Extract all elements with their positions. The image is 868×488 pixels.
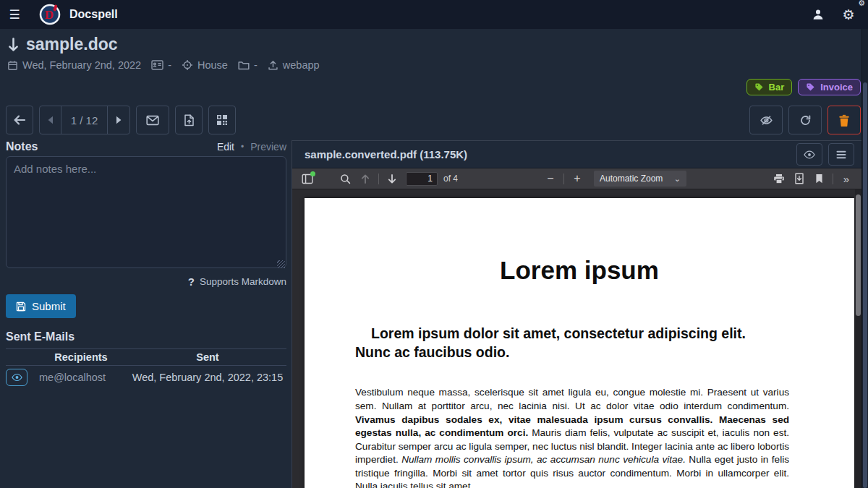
pdf-search-button[interactable]: [336, 170, 354, 187]
eye-slash-icon: [760, 114, 773, 127]
arrow-down-icon: [7, 37, 20, 53]
pdf-more-tools-button[interactable]: »: [837, 170, 856, 187]
column-recipients: Recipients: [33, 351, 129, 363]
eye-icon: [12, 373, 22, 382]
back-button[interactable]: [6, 106, 33, 134]
address-card-icon: [151, 60, 163, 70]
next-item-button[interactable]: [107, 106, 129, 134]
sent-emails-table: Recipients Sent me@localhost Wed, Februa…: [6, 348, 286, 389]
pdf-zoom-select[interactable]: Automatic Zoom ⌄: [594, 171, 686, 187]
pdfjs-toolbar: of 4 − + Automatic Zoom ⌄: [292, 168, 861, 189]
upload-icon: [268, 60, 278, 71]
item-position-label: 1 / 12: [61, 106, 107, 134]
tag-invoice[interactable]: Invoice: [798, 79, 861, 95]
attachment-header: sample.converted.pdf (113.75K): [292, 141, 861, 168]
printer-icon: [773, 174, 785, 184]
qr-code-button[interactable]: [208, 106, 236, 134]
settings-gears-icon[interactable]: ⚙⚙: [836, 0, 861, 29]
attachment-file-label: sample.converted.pdf (113.75K): [305, 148, 467, 160]
tag-list: Bar Invoice: [746, 79, 861, 95]
crosshairs-icon: [182, 59, 193, 71]
pdf-page: Lorem ipsum Lorem ipsum dolor sit amet, …: [305, 198, 854, 488]
eye-icon: [804, 150, 815, 159]
arrow-left-icon: [13, 114, 26, 126]
chevron-down-icon: ⌄: [674, 174, 681, 184]
attachment-menu-button[interactable]: [828, 143, 854, 166]
list-menu-icon: [836, 150, 846, 159]
notes-textarea[interactable]: [6, 156, 286, 268]
docspell-logo-icon: D: [39, 4, 61, 25]
pdf-page-count-label: of 4: [443, 174, 458, 184]
attachment-view-button[interactable]: [796, 143, 822, 166]
tag-icon: [754, 82, 764, 92]
item-danger-toolbar: [749, 106, 861, 134]
pdf-page-number-input[interactable]: [406, 172, 438, 186]
tag-icon: [806, 82, 815, 92]
arrow-down-icon: [387, 174, 397, 184]
docspell-logo[interactable]: D: [39, 4, 61, 25]
tag-bar[interactable]: Bar: [746, 79, 793, 95]
view-mail-button[interactable]: [6, 369, 27, 386]
prev-item-button[interactable]: [40, 106, 61, 134]
item-source: webapp: [268, 59, 320, 71]
sent-emails-heading: Sent E-Mails: [6, 330, 286, 345]
pdf-prev-page-button[interactable]: [356, 170, 375, 187]
pdf-document-heading: Lorem ipsum dolor sit amet, consectetur …: [355, 325, 762, 361]
item-date: Wed, February 2nd, 2022: [7, 59, 141, 71]
markdown-hint-label: Supports Markdown: [200, 276, 286, 287]
trash-icon: [838, 114, 850, 127]
chevron-right-icon: [116, 116, 122, 124]
page-scrollbar-thumb[interactable]: [863, 82, 867, 488]
notes-preview-link[interactable]: Preview: [250, 141, 286, 153]
send-mail-button[interactable]: [136, 106, 169, 134]
envelope-icon: [146, 115, 159, 126]
delete-item-button[interactable]: [827, 106, 861, 134]
pdf-viewer[interactable]: Lorem ipsum Lorem ipsum dolor sit amet, …: [292, 189, 861, 488]
pdf-sidebar-toggle-button[interactable]: [298, 170, 317, 187]
user-account-icon[interactable]: [806, 0, 830, 29]
dot-separator: •: [241, 142, 244, 152]
pdf-download-button[interactable]: [790, 170, 809, 187]
unconfirm-button[interactable]: [749, 106, 783, 134]
sidebar-notification-dot: [310, 171, 315, 176]
submit-notes-button[interactable]: Submit: [6, 294, 76, 318]
pdf-scrollbar-thumb[interactable]: [856, 194, 861, 316]
column-sent: Sent: [129, 351, 286, 363]
search-icon: [340, 174, 351, 184]
download-page-icon: [794, 173, 804, 184]
pdf-scrollbar[interactable]: [855, 189, 861, 488]
notes-heading: Notes: [6, 140, 38, 153]
help-question-icon: ?: [188, 275, 195, 288]
pdf-zoom-in-button[interactable]: +: [568, 170, 587, 187]
item-sidebar: Notes Edit • Preview ? Supports Markdown…: [6, 140, 286, 389]
file-upload-icon: [184, 114, 195, 127]
svg-text:D: D: [45, 8, 54, 22]
textarea-resize-handle[interactable]: [277, 260, 285, 268]
chevron-left-icon: [47, 116, 54, 124]
folder-icon: [238, 60, 250, 70]
pdf-bookmark-button[interactable]: [810, 170, 829, 187]
sent-emails-header: Recipients Sent: [6, 349, 286, 366]
pdf-zoom-out-button[interactable]: −: [541, 170, 560, 187]
calendar-icon: [7, 60, 18, 71]
page-scrollbar[interactable]: [861, 29, 868, 488]
notes-edit-link[interactable]: Edit: [217, 141, 234, 153]
arrow-up-icon: [360, 174, 370, 184]
bookmark-icon: [815, 174, 823, 184]
pdf-print-button[interactable]: [770, 170, 788, 187]
upload-file-button[interactable]: [175, 106, 203, 134]
item-folder: -: [238, 59, 258, 71]
pdf-document-title: Lorem ipsum: [305, 256, 854, 285]
save-floppy-icon: [16, 301, 26, 312]
app-title: Docspell: [69, 8, 118, 21]
reprocess-button[interactable]: [788, 106, 822, 134]
redo-icon: [799, 114, 812, 127]
pdf-document-paragraph: Vestibulum neque massa, scelerisque sit …: [355, 386, 789, 488]
attachment-panel: sample.converted.pdf (113.75K): [292, 140, 861, 488]
qrcode-icon: [216, 114, 228, 126]
menu-hamburger-icon[interactable]: ☰: [0, 0, 29, 29]
top-navbar: ☰ D Docspell ⚙⚙: [0, 0, 868, 29]
mail-recipients: me@localhost: [33, 372, 129, 383]
pdf-next-page-button[interactable]: [383, 170, 401, 187]
item-title: sample.doc: [26, 35, 118, 54]
